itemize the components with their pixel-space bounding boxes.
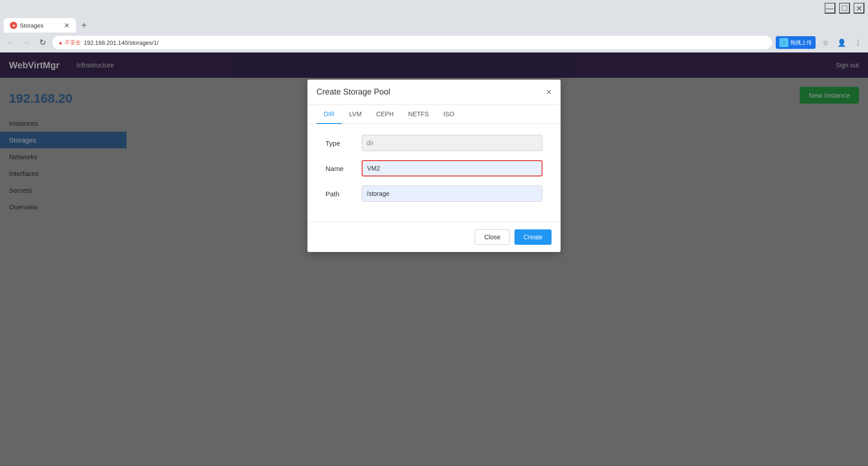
tab-favicon: ★ (10, 22, 17, 29)
type-input[interactable] (362, 135, 542, 151)
reload-button[interactable]: ↻ (36, 36, 49, 49)
upload-extension-badge[interactable]: ↑ 拖拽上传 (776, 36, 816, 49)
create-button[interactable]: Create (514, 229, 552, 245)
tab-dir[interactable]: DIR (316, 105, 342, 124)
back-button[interactable]: ← (4, 36, 16, 49)
tab-netfs[interactable]: NETFS (401, 105, 436, 124)
forward-button[interactable]: → (20, 36, 33, 49)
url-text: 192.168.201.140/storages/1/ (84, 39, 159, 46)
upload-badge-text: 拖拽上传 (790, 39, 812, 47)
tab-bar: ★ Storages ✕ + (0, 16, 868, 33)
account-button[interactable]: 👤 (835, 36, 848, 49)
path-input[interactable] (362, 185, 542, 202)
maximize-button[interactable]: ☐ (839, 3, 850, 14)
upload-extension-icon: ↑ (779, 38, 788, 47)
security-warning: ▲ 不安全 (58, 39, 81, 47)
bookmark-button[interactable]: ☆ (819, 36, 832, 49)
new-tab-button[interactable]: + (78, 19, 90, 33)
tab-iso[interactable]: ISO (436, 105, 462, 124)
address-bar: ← → ↻ ▲ 不安全 192.168.201.140/storages/1/ … (0, 33, 868, 52)
create-storage-pool-modal: Create Storage Pool × DIR LVM CEPH NETFS… (307, 80, 561, 252)
minimize-button[interactable]: — (825, 3, 835, 14)
menu-button[interactable]: ⋮ (852, 36, 864, 49)
close-button[interactable]: Close (475, 229, 510, 245)
address-input-bar[interactable]: ▲ 不安全 192.168.201.140/storages/1/ (52, 36, 772, 49)
modal-tabs: DIR LVM CEPH NETFS ISO (307, 105, 561, 124)
modal-close-button[interactable]: × (546, 87, 552, 97)
name-input[interactable] (362, 160, 542, 176)
tab-lvm[interactable]: LVM (342, 105, 369, 124)
modal-overlay: Create Storage Pool × DIR LVM CEPH NETFS… (0, 52, 868, 466)
modal-footer: Close Create (307, 222, 561, 252)
tab-title: Storages (20, 22, 43, 29)
browser-tab[interactable]: ★ Storages ✕ (4, 18, 76, 33)
modal-title: Create Storage Pool (316, 87, 390, 97)
name-label: Name (326, 165, 362, 172)
type-label: Type (326, 139, 362, 147)
form-group-path: Path (326, 185, 542, 202)
form-group-name: Name (326, 160, 542, 176)
tab-close-button[interactable]: ✕ (64, 21, 70, 30)
tab-ceph[interactable]: CEPH (369, 105, 401, 124)
modal-header: Create Storage Pool × (307, 80, 561, 105)
window-controls: — ☐ ✕ (825, 3, 864, 14)
form-group-type: Type (326, 135, 542, 151)
window-close-button[interactable]: ✕ (854, 3, 864, 14)
title-bar: — ☐ ✕ (0, 0, 868, 16)
modal-body: Type Name Path (307, 124, 561, 222)
path-label: Path (326, 190, 362, 198)
